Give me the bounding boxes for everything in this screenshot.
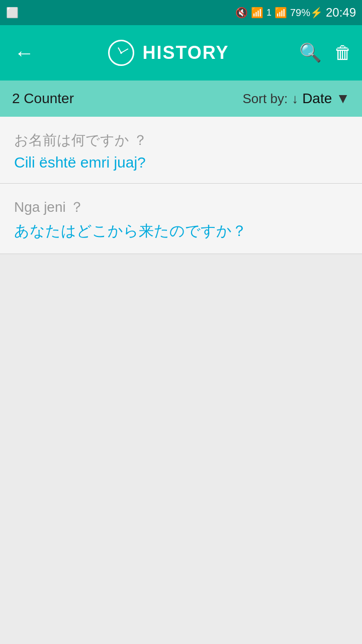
screenshot-icon: ⬜ [6,7,19,19]
sort-direction-icon: ↓ [292,91,298,107]
mute-icon: 🔇 [235,7,248,19]
history-target-1: Cili është emri juaj? [14,154,348,171]
history-list: お名前は何ですか ？ Cili është emri juaj? Nga jen… [0,117,362,644]
history-source-2: Nga jeni ？ [14,198,348,217]
app-bar: ← HISTORY 🔍 🗑 [0,25,362,80]
app-bar-center: HISTORY [46,40,291,66]
history-item-1[interactable]: お名前は何ですか ？ Cili është emri juaj? [0,117,362,184]
status-right: 🔇 📶 1 📶 79%⚡ 20:49 [235,6,356,20]
history-clock-icon [108,40,134,66]
history-item-2[interactable]: Nga jeni ？ あなたはどこから来たのですか？ [0,184,362,254]
search-button[interactable]: 🔍 [299,42,322,63]
history-source-1: お名前は何ですか ？ [14,131,348,150]
delete-button[interactable]: 🗑 [334,42,352,63]
sort-label: Sort by: [243,91,288,107]
status-bar: ⬜ 🔇 📶 1 📶 79%⚡ 20:49 [0,0,362,25]
sim1-icon: 1 [266,8,272,18]
history-target-2: あなたはどこから来たのですか？ [14,221,348,242]
battery-icon: 79%⚡ [290,7,323,19]
result-counter: 2 Counter [12,91,74,107]
sort-control[interactable]: Sort by: ↓ Date ▼ [243,91,350,107]
wifi-icon: 📶 [251,7,263,19]
filter-bar: 2 Counter Sort by: ↓ Date ▼ [0,80,362,117]
sort-dropdown-icon[interactable]: ▼ [336,91,350,107]
status-left: ⬜ [6,7,19,19]
signal-icon: 📶 [275,7,287,19]
back-button[interactable]: ← [10,38,38,68]
clock-center-dot [120,52,122,54]
status-time: 20:49 [326,6,356,20]
app-bar-actions: 🔍 🗑 [299,42,352,63]
page-title: HISTORY [142,42,229,63]
sort-value: Date [302,91,332,107]
